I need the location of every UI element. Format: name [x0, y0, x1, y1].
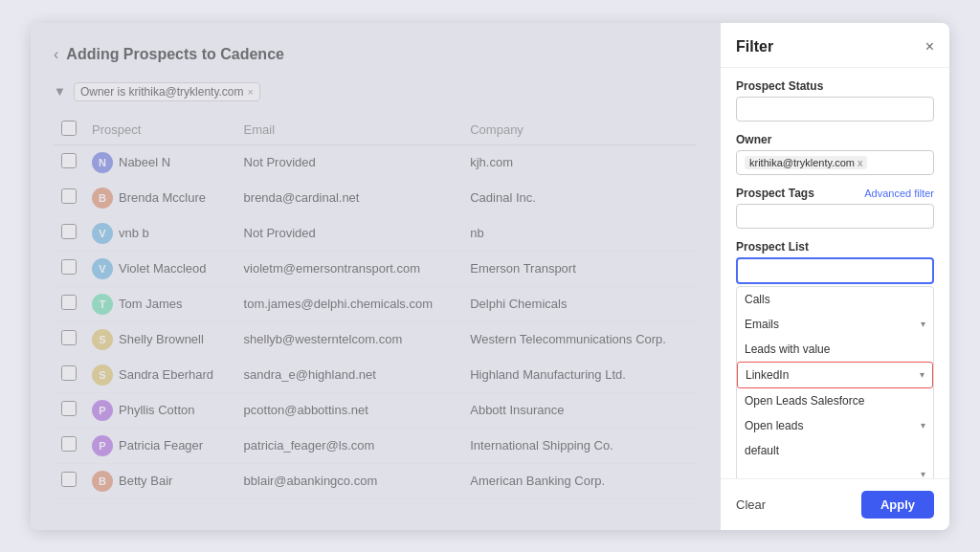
- clear-button[interactable]: Clear: [736, 497, 766, 512]
- prospect-cell: B Brenda Mcclure: [92, 188, 229, 209]
- dropdown-item[interactable]: Open Leads Salesforce: [737, 388, 933, 413]
- apply-button[interactable]: Apply: [861, 491, 934, 519]
- prospect-status-input[interactable]: [736, 97, 934, 121]
- table-row[interactable]: B Betty Bair bblair@abankingco.com Ameri…: [54, 463, 697, 498]
- owner-field[interactable]: krithika@tryklenty.com x: [736, 150, 934, 175]
- row-checkbox[interactable]: [61, 224, 77, 239]
- dropdown-item-label: Calls: [745, 293, 770, 306]
- dropdown-item[interactable]: Emails ▾: [737, 312, 933, 337]
- row-checkbox[interactable]: [61, 330, 77, 345]
- prospect-name: Betty Bair: [119, 474, 172, 488]
- prospect-email: tom.james@delphi.chemicals.com: [236, 286, 463, 321]
- prospect-cell: V vnb b: [92, 223, 229, 244]
- prospect-company: kjh.com: [462, 144, 697, 180]
- avatar: P: [92, 400, 113, 421]
- table-row[interactable]: P Patricia Feager patricia_feager@ls.com…: [54, 428, 697, 463]
- dropdown-item-label: Open leads: [745, 419, 803, 432]
- dropdown-item-label: LinkedIn: [746, 368, 789, 382]
- prospect-list-section: Prospect List Calls Emails ▾ Leads with …: [736, 240, 934, 478]
- prospect-email: shellyb@westerntelcom.com: [236, 321, 463, 357]
- dropdown-item[interactable]: Leads with value: [737, 337, 933, 362]
- prospect-cell: T Tom James: [92, 294, 229, 315]
- col-email: Email: [236, 115, 463, 145]
- row-checkbox[interactable]: [61, 153, 77, 168]
- row-checkbox[interactable]: [61, 436, 77, 452]
- prospect-email: bblair@abankingco.com: [236, 463, 463, 498]
- prospect-cell: P Patricia Feager: [92, 435, 229, 456]
- row-checkbox[interactable]: [61, 472, 77, 487]
- table-row[interactable]: V vnb b Not Provided nb: [54, 215, 697, 251]
- dropdown-item[interactable]: LinkedIn ▾: [737, 362, 933, 388]
- dropdown-item-empty[interactable]: ▾: [737, 463, 933, 478]
- avatar: V: [92, 258, 113, 279]
- prospect-email: pcotton@abbottins.net: [236, 392, 463, 428]
- table-row[interactable]: B Brenda Mcclure brenda@cardinal.net Cad…: [54, 180, 697, 215]
- prospect-list-input[interactable]: [736, 257, 934, 284]
- back-button[interactable]: ‹: [54, 46, 58, 63]
- prospect-company: Cadinal Inc.: [462, 180, 697, 215]
- dropdown-item-label: Emails: [745, 318, 779, 331]
- prospect-company: American Banking Corp.: [462, 463, 697, 498]
- prospect-email: violetm@emersontransport.com: [236, 251, 463, 286]
- dropdown-item-label: Leads with value: [745, 342, 830, 356]
- avatar: T: [92, 294, 113, 315]
- prospect-company: nb: [462, 215, 697, 251]
- dropdown-item[interactable]: Open leads ▾: [737, 413, 933, 438]
- filter-tag-remove[interactable]: ×: [248, 86, 254, 98]
- prospect-name: Tom James: [119, 297, 182, 311]
- dropdown-item-label: default: [745, 444, 779, 457]
- prospect-tags-input[interactable]: [736, 204, 934, 229]
- row-checkbox[interactable]: [61, 188, 77, 204]
- prospect-company: International Shipping Co.: [462, 428, 697, 463]
- table-row[interactable]: S Sandra Eberhard sandra_e@highland.net …: [54, 357, 697, 392]
- row-checkbox[interactable]: [61, 401, 77, 416]
- table-row[interactable]: S Shelly Brownell shellyb@westerntelcom.…: [54, 321, 697, 357]
- dropdown-arrow: ▾: [920, 369, 924, 380]
- prospect-email: Not Provided: [236, 144, 463, 180]
- avatar: B: [92, 188, 113, 209]
- owner-tag: krithika@tryklenty.com x: [745, 156, 867, 169]
- row-checkbox[interactable]: [61, 365, 77, 381]
- row-checkbox[interactable]: [61, 295, 77, 310]
- prospect-list-wrapper: [736, 257, 934, 284]
- filter-header: Filter ×: [721, 23, 949, 68]
- prospect-tags-section: Prospect Tags Advanced filter: [736, 187, 934, 229]
- prospect-email: patricia_feager@ls.com: [236, 428, 463, 463]
- prospect-email: Not Provided: [236, 215, 463, 251]
- filter-body: Prospect Status Owner krithika@tryklenty…: [721, 68, 949, 478]
- prospect-email: brenda@cardinal.net: [236, 180, 463, 215]
- prospect-company: Abbott Insurance: [462, 392, 697, 428]
- prospect-status-label: Prospect Status: [736, 79, 934, 93]
- owner-tag-value: krithika@tryklenty.com: [749, 157, 855, 168]
- filter-panel: Filter × Prospect Status Owner krithika@…: [720, 23, 949, 530]
- table-row[interactable]: P Phyllis Cotton pcotton@abbottins.net A…: [54, 392, 697, 428]
- page-header: ‹ Adding Prospects to Cadence: [54, 46, 697, 63]
- col-company: Company: [462, 115, 697, 145]
- owner-section: Owner krithika@tryklenty.com x: [736, 133, 934, 175]
- dropdown-item[interactable]: default: [737, 438, 933, 463]
- prospect-tags-label: Prospect Tags: [736, 187, 814, 200]
- prospect-cell: S Sandra Eberhard: [92, 364, 229, 386]
- filter-tag[interactable]: Owner is krithika@tryklenty.com ×: [74, 82, 260, 101]
- table-row[interactable]: V Violet Maccleod violetm@emersontranspo…: [54, 251, 697, 286]
- prospect-name: Sandra Eberhard: [119, 367, 213, 382]
- dropdown-item[interactable]: Calls: [737, 287, 933, 312]
- prospects-table: Prospect Email Company N Nabeel N Not Pr…: [54, 115, 697, 499]
- prospect-status-section: Prospect Status: [736, 79, 934, 121]
- select-all-checkbox[interactable]: [61, 121, 77, 136]
- owner-tag-remove[interactable]: x: [858, 157, 863, 168]
- prospect-company: Highland Manufacturing Ltd.: [462, 357, 697, 392]
- prospect-cell: P Phyllis Cotton: [92, 400, 229, 421]
- prospect-list-label: Prospect List: [736, 240, 934, 254]
- avatar: S: [92, 364, 113, 386]
- row-checkbox[interactable]: [61, 259, 77, 275]
- avatar: P: [92, 435, 113, 456]
- prospect-company: Emerson Transport: [462, 251, 697, 286]
- table-row[interactable]: N Nabeel N Not Provided kjh.com: [54, 144, 697, 180]
- table-row[interactable]: T Tom James tom.james@delphi.chemicals.c…: [54, 286, 697, 321]
- filter-close-button[interactable]: ×: [925, 39, 934, 55]
- filter-panel-title: Filter: [736, 38, 773, 55]
- prospect-email: sandra_e@highland.net: [236, 357, 463, 392]
- dropdown-arrow: ▾: [921, 319, 925, 329]
- advanced-filter-link[interactable]: Advanced filter: [864, 188, 934, 199]
